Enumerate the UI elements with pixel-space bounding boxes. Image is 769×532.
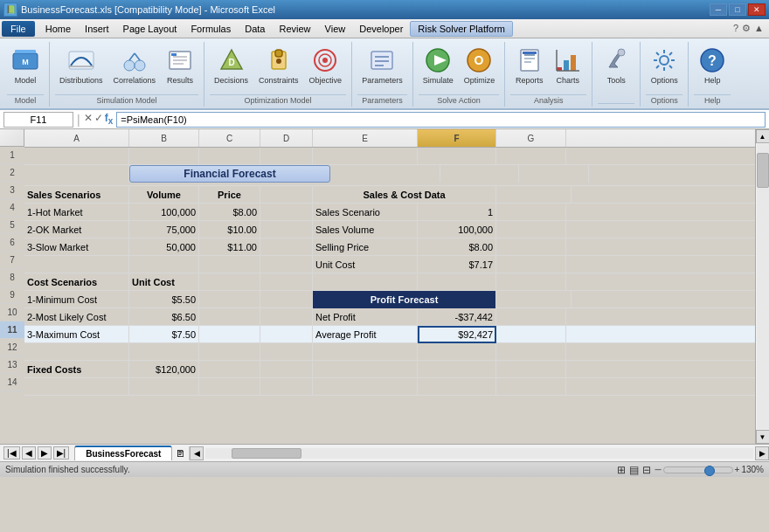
page-view-icon[interactable]: ▤ xyxy=(629,464,639,476)
next-sheet-button[interactable]: ▶ xyxy=(38,446,52,459)
cell-d7[interactable] xyxy=(260,256,313,273)
results-button[interactable]: Results xyxy=(162,44,198,87)
cell-d5[interactable] xyxy=(260,221,313,238)
zoom-in-button[interactable]: + xyxy=(735,465,740,474)
cell-f1[interactable] xyxy=(418,148,496,165)
cell-g8[interactable] xyxy=(496,273,566,291)
cell-a2[interactable] xyxy=(24,165,129,183)
cell-b13[interactable]: $120,000 xyxy=(129,361,199,378)
cell-e10[interactable]: Net Profit xyxy=(313,308,418,326)
zoom-thumb[interactable] xyxy=(704,466,715,476)
name-box[interactable] xyxy=(3,112,73,128)
cell-f10[interactable]: -$37,442 xyxy=(418,308,496,326)
col-header-d[interactable]: D xyxy=(260,129,313,147)
cell-e7[interactable]: Unit Cost xyxy=(313,256,418,273)
scroll-right-button[interactable]: ▶ xyxy=(755,446,769,460)
vertical-scrollbar[interactable]: ▲ ▼ xyxy=(755,129,769,444)
cancel-formula-icon[interactable]: ✕ xyxy=(84,112,93,126)
col-header-f[interactable]: F xyxy=(418,129,496,147)
page-layout-menu[interactable]: Page Layout xyxy=(116,22,184,36)
scroll-left-button[interactable]: ◀ xyxy=(190,446,204,460)
cell-b1[interactable] xyxy=(129,148,199,165)
cell-g14[interactable] xyxy=(496,378,566,396)
cell-d11[interactable] xyxy=(260,326,313,343)
cell-a1[interactable] xyxy=(24,148,129,165)
row-header-5[interactable]: 5 xyxy=(0,217,24,234)
formulas-menu[interactable]: Formulas xyxy=(184,22,238,36)
decisions-button[interactable]: D Decisions xyxy=(210,44,253,87)
cell-a10[interactable]: 2-Most Likely Cost xyxy=(24,308,129,326)
help-button[interactable]: ? Help xyxy=(694,44,731,87)
cell-c13[interactable] xyxy=(199,361,260,378)
file-menu[interactable]: File xyxy=(2,21,35,37)
cell-g12[interactable] xyxy=(496,343,566,361)
options-button[interactable]: Options xyxy=(646,44,682,87)
cell-e9-merged[interactable]: Profit Forecast xyxy=(313,291,496,308)
cell-c7[interactable] xyxy=(199,256,260,273)
developer-menu[interactable]: Developer xyxy=(352,22,410,36)
cell-f11-active[interactable]: $92,427 xyxy=(418,326,496,343)
row-header-1[interactable]: 1 xyxy=(0,147,24,164)
cell-g5[interactable] xyxy=(496,221,566,238)
col-header-a[interactable]: A xyxy=(24,129,129,147)
risk-solver-menu[interactable]: Risk Solver Platform xyxy=(410,21,513,37)
row-header-13[interactable]: 13 xyxy=(0,356,24,374)
cell-b3[interactable]: Volume xyxy=(129,186,199,204)
model-button[interactable]: M Model xyxy=(7,44,44,87)
cell-e3-merged[interactable]: Sales & Cost Data xyxy=(313,186,496,204)
cell-a4[interactable]: 1-Hot Market xyxy=(24,204,129,221)
cell-c14[interactable] xyxy=(199,378,260,396)
cell-g10[interactable] xyxy=(496,308,566,326)
cell-e6[interactable]: Selling Price xyxy=(313,238,418,256)
cell-a6[interactable]: 3-Slow Market xyxy=(24,238,129,256)
cell-f14[interactable] xyxy=(418,378,496,396)
row-header-7[interactable]: 7 xyxy=(0,252,24,269)
cell-b10[interactable]: $6.50 xyxy=(129,308,199,326)
cell-b7[interactable] xyxy=(129,256,199,273)
cell-e8[interactable] xyxy=(313,273,418,291)
col-header-e[interactable]: E xyxy=(313,129,418,147)
cell-d8[interactable] xyxy=(260,273,313,291)
reports-button[interactable]: Reports xyxy=(511,44,548,87)
cell-d1[interactable] xyxy=(260,148,313,165)
cell-financial-header[interactable]: Financial Forecast xyxy=(129,165,330,183)
cell-f12[interactable] xyxy=(418,343,496,361)
data-menu[interactable]: Data xyxy=(238,22,272,36)
settings-icon[interactable]: ⚙ xyxy=(742,23,751,34)
col-header-g[interactable]: G xyxy=(496,129,566,147)
cell-b5[interactable]: 75,000 xyxy=(129,221,199,238)
cell-d13[interactable] xyxy=(260,361,313,378)
cell-e2[interactable] xyxy=(336,165,440,183)
cell-d3[interactable] xyxy=(260,186,313,204)
maximize-button[interactable]: □ xyxy=(729,3,746,16)
cell-f7[interactable]: $7.17 xyxy=(418,256,496,273)
cell-a3[interactable]: Sales Scenarios xyxy=(24,186,129,204)
cell-c10[interactable] xyxy=(199,308,260,326)
zoom-out-button[interactable]: ─ xyxy=(655,465,661,474)
cell-a14[interactable] xyxy=(24,378,129,396)
row-header-14[interactable]: 14 xyxy=(0,374,24,391)
cell-d10[interactable] xyxy=(260,308,313,326)
cell-c9[interactable] xyxy=(199,291,260,308)
cell-f4[interactable]: 1 xyxy=(418,204,496,221)
grid-view-icon[interactable]: ⊞ xyxy=(617,464,626,476)
page-break-icon[interactable]: ⊟ xyxy=(642,464,651,476)
minimize-ribbon-icon[interactable]: ▲ xyxy=(754,23,764,34)
cell-f13[interactable] xyxy=(418,361,496,378)
correlations-button[interactable]: Correlations xyxy=(109,44,161,87)
col-header-c[interactable]: C xyxy=(199,129,260,147)
cell-b14[interactable] xyxy=(129,378,199,396)
row-header-12[interactable]: 12 xyxy=(0,339,24,356)
view-menu[interactable]: View xyxy=(318,22,353,36)
close-button[interactable]: ✕ xyxy=(748,3,766,16)
cell-e4[interactable]: Sales Scenario xyxy=(313,204,418,221)
cell-d9[interactable] xyxy=(260,291,313,308)
scroll-thumb[interactable] xyxy=(757,153,769,188)
cell-g7[interactable] xyxy=(496,256,566,273)
cell-g4[interactable] xyxy=(496,204,566,221)
first-sheet-button[interactable]: |◀ xyxy=(3,446,20,459)
cell-e14[interactable] xyxy=(313,378,418,396)
cell-g3[interactable] xyxy=(502,186,572,204)
cell-d6[interactable] xyxy=(260,238,313,256)
objective-button[interactable]: Objective xyxy=(305,44,347,87)
